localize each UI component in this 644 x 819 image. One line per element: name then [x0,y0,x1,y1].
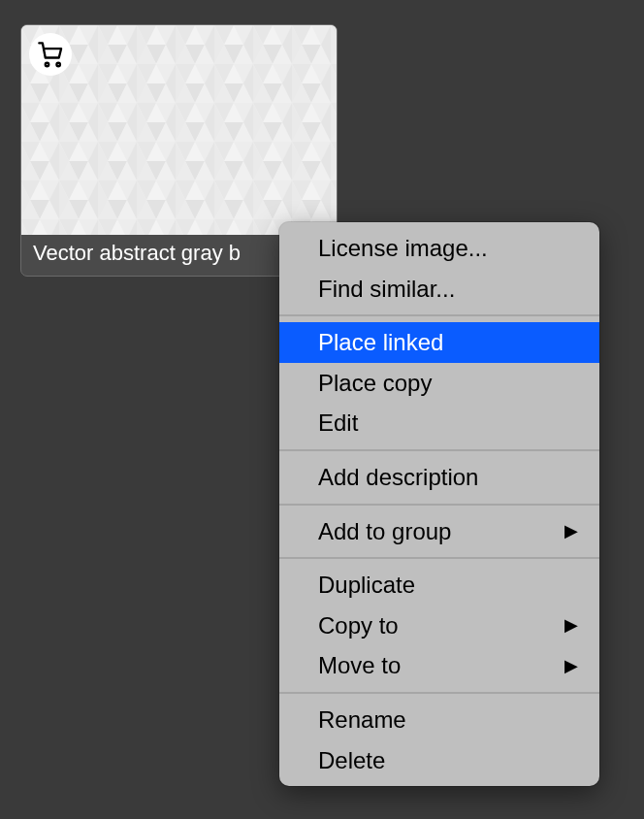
menu-move-to[interactable]: Move to▶ [279,645,599,686]
menu-separator [279,557,599,559]
context-menu[interactable]: License image...Find similar...Place lin… [279,222,599,786]
menu-add-description[interactable]: Add description [279,457,599,498]
menu-item-label: Find similar... [318,273,455,306]
menu-separator [279,449,599,451]
menu-delete[interactable]: Delete [279,740,599,781]
menu-item-label: Copy to [318,609,399,642]
menu-copy-to[interactable]: Copy to▶ [279,606,599,646]
menu-add-to-group[interactable]: Add to group▶ [279,511,599,552]
menu-license-image[interactable]: License image... [279,228,599,269]
menu-item-label: Delete [318,744,385,777]
menu-separator [279,314,599,316]
menu-separator [279,504,599,506]
svg-point-10 [56,63,60,67]
menu-item-label: Edit [318,407,358,440]
submenu-arrow-icon: ▶ [564,519,578,543]
submenu-arrow-icon: ▶ [564,613,578,638]
menu-edit[interactable]: Edit [279,403,599,443]
menu-item-label: Place linked [318,326,443,359]
menu-item-label: Place copy [318,367,432,400]
menu-item-label: Add description [318,461,478,494]
menu-item-label: Duplicate [318,569,415,602]
shopping-cart-icon [29,33,72,76]
thumbnail-image[interactable] [21,25,337,235]
submenu-arrow-icon: ▶ [564,654,578,678]
menu-rename[interactable]: Rename [279,700,599,740]
menu-duplicate[interactable]: Duplicate [279,565,599,606]
menu-item-label: License image... [318,232,488,265]
menu-item-label: Move to [318,649,401,682]
menu-separator [279,692,599,694]
menu-place-copy[interactable]: Place copy [279,363,599,404]
menu-item-label: Add to group [318,515,451,548]
menu-place-linked[interactable]: Place linked [279,322,599,363]
menu-find-similar[interactable]: Find similar... [279,269,599,310]
svg-point-9 [46,63,49,67]
menu-item-label: Rename [318,704,406,737]
